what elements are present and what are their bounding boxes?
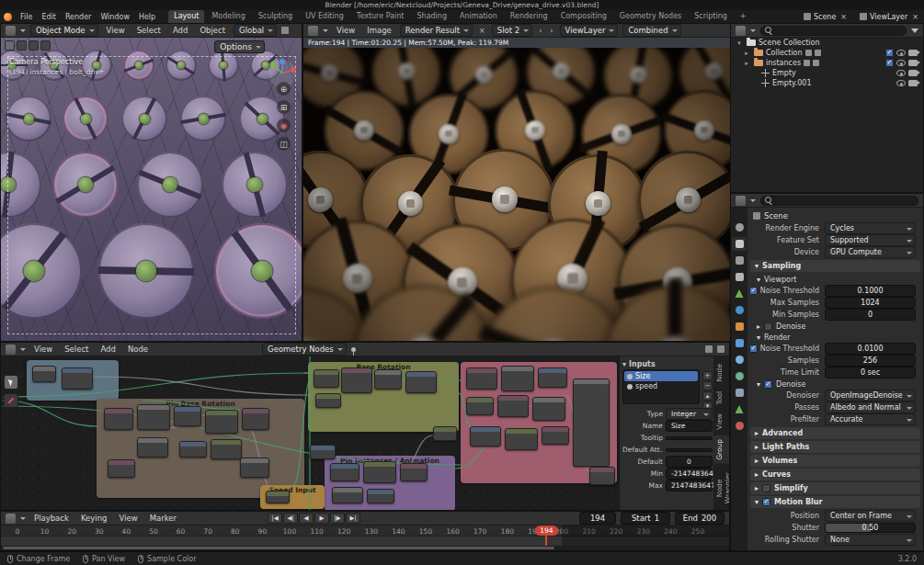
sampling-viewport-subheader[interactable]: ▾ Viewport — [747, 274, 923, 285]
geometry-node[interactable] — [542, 426, 569, 445]
node-canvas[interactable]: Base Rotation Pin Base Rotation Pin Inst… — [1, 356, 619, 510]
hide-eye-icon[interactable] — [896, 70, 906, 76]
hide-eye-icon[interactable] — [896, 60, 906, 66]
remove-input-button[interactable]: − — [702, 381, 713, 390]
time-limit-field[interactable]: 0 sec — [825, 367, 916, 379]
viewport-menu-object[interactable]: Object — [196, 26, 229, 35]
blender-logo-icon[interactable] — [4, 13, 12, 21]
outliner-row-collection[interactable]: ▸ Collection ✓ — [731, 48, 923, 58]
options-dropdown[interactable]: Options — [214, 40, 265, 53]
outliner-item-label[interactable]: Empty — [772, 69, 796, 77]
outliner-item-label[interactable]: Collection — [766, 49, 803, 57]
render-denoise-subheader[interactable]: ▾ ✓ Denoise — [747, 379, 923, 390]
geometry-node[interactable] — [104, 408, 133, 430]
timeline-menu-keying[interactable]: Keying — [77, 514, 111, 523]
geometry-node[interactable] — [310, 445, 336, 459]
input-type-dropdown[interactable]: Integer — [666, 408, 713, 420]
viewport-denoise-checkbox[interactable] — [764, 322, 772, 331]
image-menu-image[interactable]: Image — [363, 26, 395, 35]
outliner-item-label[interactable]: Scene Collection — [759, 39, 820, 47]
geometry-node[interactable] — [137, 437, 168, 458]
geometry-node[interactable] — [573, 379, 610, 467]
toggle-perspective-icon[interactable]: ◫ — [277, 137, 291, 151]
geometry-node[interactable] — [405, 371, 437, 393]
workspace-tab-geometry-nodes[interactable]: Geometry Nodes — [614, 10, 687, 23]
group-input-size[interactable]: Size — [624, 371, 698, 381]
render-noise-threshold-field[interactable]: 0.0100 — [825, 343, 916, 355]
light-paths-section-header[interactable]: ▸ Light Paths — [750, 441, 920, 453]
menu-help[interactable]: Help — [135, 13, 159, 21]
geometry-node[interactable] — [501, 366, 534, 391]
geometry-node[interactable] — [589, 467, 615, 485]
input-tooltip-field[interactable] — [666, 436, 713, 440]
viewport-denoise-subheader[interactable]: ▸ Denoise — [747, 321, 923, 332]
outliner-item-label[interactable]: Empty.001 — [772, 79, 811, 87]
volumes-section-header[interactable]: ▸ Volumes — [750, 455, 920, 467]
input-max-field[interactable]: 2147483647 — [666, 480, 713, 492]
timeline-menu-marker[interactable]: Marker — [146, 514, 180, 523]
feature-set-dropdown[interactable]: Supported — [825, 234, 916, 246]
render-denoise-checkbox[interactable]: ✓ — [764, 380, 772, 389]
geometry-node[interactable] — [466, 367, 497, 390]
snap-magnet-icon[interactable] — [281, 27, 289, 34]
rolling-shutter-dropdown[interactable]: None — [825, 534, 916, 546]
sidebar-tab-node[interactable]: Node — [713, 360, 729, 386]
geometry-node[interactable] — [400, 463, 428, 481]
sidebar-tab-node-wrangler[interactable]: Node Wrangler — [713, 466, 729, 510]
menu-edit[interactable]: Edit — [38, 13, 60, 21]
motion-blur-checkbox[interactable]: ✓ — [762, 498, 770, 506]
snap-magnet-icon[interactable] — [705, 345, 713, 353]
node-tree-dropdown[interactable]: Geometry Nodes — [262, 343, 347, 356]
timeline-scrollbar[interactable] — [1, 546, 729, 550]
workspace-tab-uv-editing[interactable]: UV Editing — [300, 10, 349, 23]
editor-type-timeline-icon[interactable] — [6, 514, 16, 524]
geometry-node[interactable] — [315, 393, 341, 408]
workspace-tab-layout[interactable]: Layout — [168, 10, 204, 23]
scene-selector[interactable]: Scene — [814, 13, 836, 21]
menu-window[interactable]: Window — [97, 13, 133, 21]
geometry-node[interactable] — [367, 489, 394, 503]
workspace-tab-animation[interactable]: Animation — [454, 10, 503, 23]
view-layer-selector[interactable]: ViewLayer — [870, 13, 907, 21]
sampling-render-subheader[interactable]: ▾ Render — [747, 332, 923, 343]
tweak-tool-icon[interactable] — [5, 40, 15, 51]
workspace-tab-shading[interactable]: Shading — [411, 10, 452, 23]
workspace-tab-rendering[interactable]: Rendering — [505, 10, 553, 23]
image-datablock-dropdown[interactable]: Render Result — [400, 24, 473, 37]
current-frame-field[interactable]: 194 — [579, 512, 616, 525]
select-circle-tool-icon[interactable] — [29, 40, 39, 51]
max-samples-field[interactable]: 1024 — [825, 297, 916, 309]
view-layer-remove-icon[interactable]: × — [910, 13, 920, 21]
mode-dropdown[interactable]: Object Mode — [30, 24, 98, 37]
node-menu-node[interactable]: Node — [124, 345, 152, 354]
render-pass-dropdown[interactable]: Combined — [622, 24, 680, 37]
outliner-row-empty-001[interactable]: Empty.001 — [731, 78, 923, 88]
expand-caret-icon[interactable]: ▸ — [742, 60, 751, 67]
sidebar-tab-view[interactable]: View — [713, 410, 729, 434]
geometry-node[interactable] — [242, 408, 269, 430]
timeline-playhead[interactable]: 194 — [545, 525, 547, 546]
physics-properties-tab[interactable] — [732, 369, 747, 383]
collection-checkbox[interactable]: ✓ — [885, 59, 894, 67]
tool-properties-tab[interactable] — [732, 220, 747, 234]
passes-dropdown[interactable]: Albedo and Normal — [825, 401, 916, 413]
device-dropdown[interactable]: GPU Compute — [825, 246, 916, 258]
geometry-node[interactable] — [62, 367, 93, 390]
editor-type-3d-viewport-icon[interactable] — [6, 26, 16, 36]
frame-start-field[interactable]: Start1 — [621, 512, 670, 525]
input-default-field[interactable]: 0 — [666, 456, 713, 468]
geometry-node[interactable] — [330, 463, 359, 481]
node-menu-add[interactable]: Add — [97, 345, 119, 354]
group-input-speed[interactable]: speed — [624, 381, 698, 391]
noise-threshold-checkbox[interactable]: ✓ — [749, 287, 758, 295]
mb-position-dropdown[interactable]: Center on Frame — [825, 510, 916, 522]
motion-blur-section-header[interactable]: ▾ ✓ Motion Blur — [750, 496, 920, 508]
input-default-attr-field[interactable] — [666, 448, 713, 452]
modifier-properties-tab[interactable] — [732, 336, 747, 350]
scene-properties-tab[interactable] — [732, 287, 747, 300]
play-button[interactable]: ▶ — [314, 513, 329, 524]
workspace-tab-modeling[interactable]: Modeling — [206, 10, 250, 23]
image-menu-view[interactable]: View — [333, 26, 359, 35]
disable-render-icon[interactable] — [908, 50, 918, 56]
workspace-tab-sculpting[interactable]: Sculpting — [253, 10, 298, 23]
